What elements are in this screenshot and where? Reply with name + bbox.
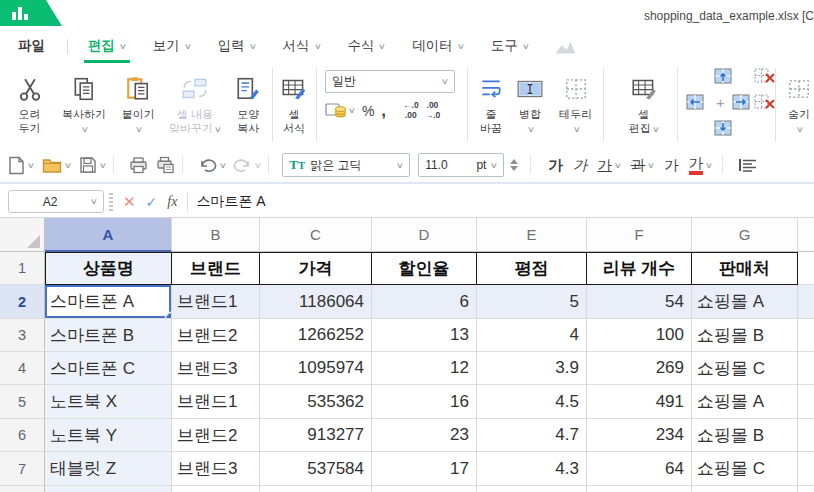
- insert-cells-down-button[interactable]: [714, 120, 732, 136]
- menu-tab-tools[interactable]: 도구∨: [491, 37, 529, 55]
- row-header-1[interactable]: 1: [0, 252, 45, 285]
- bold-button[interactable]: 가: [548, 156, 563, 175]
- cell-C6[interactable]: 913277: [260, 419, 372, 452]
- insert-cells-right-button[interactable]: [732, 94, 750, 110]
- cell-B4[interactable]: 브랜드3: [172, 352, 260, 385]
- column-header-B[interactable]: B: [172, 218, 260, 252]
- column-header-F[interactable]: F: [587, 218, 692, 252]
- copy-button[interactable]: 복사하기 ∨: [59, 62, 109, 148]
- cell-E3[interactable]: 4: [477, 319, 587, 352]
- insert-cells-up-button[interactable]: [714, 68, 732, 84]
- cell-partial-6[interactable]: [798, 419, 814, 452]
- new-document-button[interactable]: ∨: [8, 156, 34, 175]
- cell-A5[interactable]: 노트북 X: [45, 385, 172, 419]
- cell-E5[interactable]: 4.5: [477, 385, 587, 419]
- cell-B7[interactable]: 브랜드3: [172, 452, 260, 486]
- cell-partial-7[interactable]: [798, 452, 814, 486]
- menu-tab-format[interactable]: 서식∨: [283, 37, 321, 55]
- cell-F6[interactable]: 234: [587, 419, 692, 452]
- column-header-D[interactable]: D: [372, 218, 477, 252]
- cell-partial-4[interactable]: [798, 352, 814, 385]
- menu-tab-view[interactable]: 보기∨: [153, 37, 191, 55]
- column-header-E[interactable]: E: [477, 218, 587, 252]
- cell-F4[interactable]: 269: [587, 352, 692, 385]
- cell-edit-button[interactable]: 셀 편집∨: [624, 62, 663, 148]
- cell-B8[interactable]: [172, 486, 260, 492]
- cell-C7[interactable]: 537584: [260, 452, 372, 486]
- cell-partial-3[interactable]: [798, 319, 814, 352]
- number-format-select[interactable]: 일반 ∨: [325, 70, 455, 93]
- comma-style-button[interactable]: ,: [381, 106, 386, 116]
- print-preview-button[interactable]: [156, 156, 175, 174]
- cell-partial-5[interactable]: [798, 385, 814, 419]
- cell-G2[interactable]: 쇼핑몰 A: [692, 285, 798, 319]
- cell-B3[interactable]: 브랜드2: [172, 319, 260, 352]
- cell-E1[interactable]: 평점: [477, 252, 587, 285]
- increase-decimal-button[interactable]: .00→.0: [425, 101, 441, 120]
- formula-bar-grip[interactable]: [109, 193, 113, 211]
- cell-E2[interactable]: 5: [477, 285, 587, 319]
- row-header-2[interactable]: 2: [0, 285, 45, 319]
- cell-A2[interactable]: 스마트폰 A: [45, 285, 172, 319]
- delete-row-button[interactable]: [754, 94, 776, 110]
- merge-cells-button[interactable]: 병합 ∨: [514, 62, 546, 148]
- cell-G4[interactable]: 쇼핑몰 C: [692, 352, 798, 385]
- name-box[interactable]: A2 ∨: [8, 190, 104, 213]
- cell-G7[interactable]: 쇼핑몰 C: [692, 452, 798, 486]
- cell-F7[interactable]: 64: [587, 452, 692, 486]
- percent-style-button[interactable]: %: [362, 103, 374, 119]
- cell-A4[interactable]: 스마트폰 C: [45, 352, 172, 385]
- cell-D1[interactable]: 할인율: [372, 252, 477, 285]
- text-style-button[interactable]: 가: [664, 156, 679, 175]
- hide-button[interactable]: 숨기 ∨: [784, 62, 814, 148]
- cell-B2[interactable]: 브랜드1: [172, 285, 260, 319]
- cell-B1[interactable]: 브랜드: [172, 252, 260, 285]
- delete-column-button[interactable]: [754, 68, 776, 84]
- cell-E7[interactable]: 4.3: [477, 452, 587, 486]
- format-painter-button[interactable]: 모양 복사: [229, 62, 268, 148]
- borders-button[interactable]: 테두리 ∨: [556, 62, 595, 148]
- cut-button[interactable]: 오려 두기: [10, 62, 49, 148]
- row-header-4[interactable]: 4: [0, 352, 45, 385]
- insert-cells-left-button[interactable]: [686, 94, 704, 110]
- cell-E4[interactable]: 3.9: [477, 352, 587, 385]
- cell-A1[interactable]: 상품명: [45, 252, 172, 285]
- menu-tab-edit[interactable]: 편집∨: [88, 37, 126, 55]
- menu-tab-data[interactable]: 데이터∨: [412, 37, 463, 55]
- cell-F1[interactable]: 리뷰 개수: [587, 252, 692, 285]
- cell-format-button[interactable]: 셀 서식: [277, 62, 313, 148]
- row-header-5[interactable]: 5: [0, 385, 45, 419]
- row-header-7[interactable]: 7: [0, 452, 45, 486]
- cell-F2[interactable]: 54: [587, 285, 692, 319]
- open-file-button[interactable]: ∨: [42, 157, 71, 174]
- cell-C1[interactable]: 가격: [260, 252, 372, 285]
- menu-tab-insert[interactable]: 입력∨: [218, 37, 256, 55]
- cell-A3[interactable]: 스마트폰 B: [45, 319, 172, 352]
- cell-A7[interactable]: 태블릿 Z: [45, 452, 172, 486]
- menu-tab-formula[interactable]: 수식∨: [347, 37, 385, 55]
- font-color-button[interactable]: 가∨: [689, 156, 712, 175]
- undo-button[interactable]: ∨: [198, 157, 226, 173]
- select-all-corner[interactable]: [0, 218, 45, 252]
- italic-button[interactable]: 가: [573, 156, 588, 175]
- cell-partial-1[interactable]: [798, 252, 814, 285]
- formula-bar-value[interactable]: 스마트폰 A: [196, 193, 265, 211]
- app-logo-tab[interactable]: [0, 0, 62, 26]
- cancel-entry-icon[interactable]: ✕: [123, 193, 136, 211]
- row-header-3[interactable]: 3: [0, 319, 45, 352]
- row-header-6[interactable]: 6: [0, 419, 45, 452]
- paste-button[interactable]: 붙이기 ∨: [117, 62, 160, 148]
- column-header-G[interactable]: G: [692, 218, 798, 252]
- cell-A8[interactable]: [45, 486, 172, 492]
- cell-E8[interactable]: [477, 486, 587, 492]
- column-header-C[interactable]: C: [260, 218, 372, 252]
- cell-D8[interactable]: [372, 486, 477, 492]
- cell-C5[interactable]: 535362: [260, 385, 372, 419]
- cell-F8[interactable]: [587, 486, 692, 492]
- cell-C2[interactable]: 1186064: [260, 285, 372, 319]
- column-header-partial[interactable]: [798, 218, 814, 252]
- cell-C3[interactable]: 1266252: [260, 319, 372, 352]
- save-button[interactable]: ∨: [79, 156, 106, 174]
- decrease-decimal-button[interactable]: ←.0.00: [403, 101, 419, 120]
- cell-C8[interactable]: [260, 486, 372, 492]
